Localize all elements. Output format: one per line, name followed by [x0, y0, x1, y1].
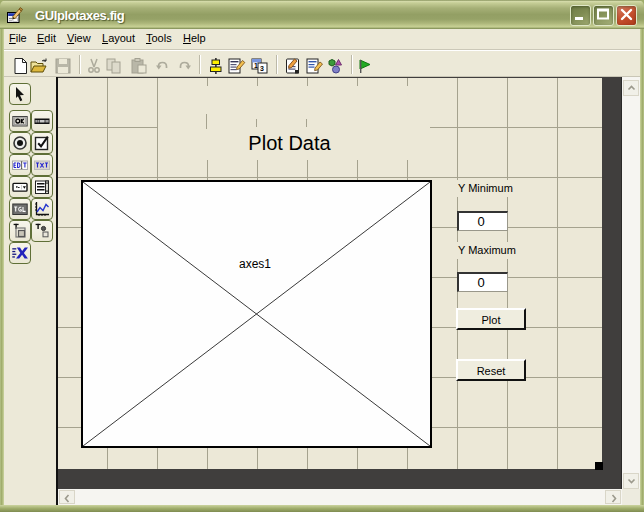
- svg-text:3: 3: [260, 65, 264, 72]
- svg-text:1: 1: [254, 62, 258, 69]
- svg-text:axes1: axes1: [239, 257, 271, 271]
